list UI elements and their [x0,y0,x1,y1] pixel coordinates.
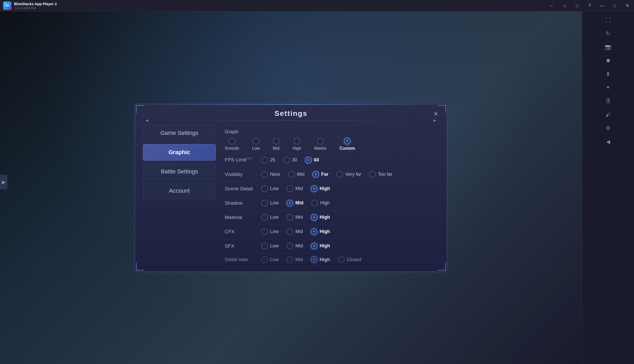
fps-option-25[interactable]: 25 [261,157,275,164]
brush-icon[interactable]: 🖌 [602,108,614,121]
visibility-radio-far [312,171,319,178]
corner-decoration-bl [136,263,144,271]
graph-setting-row: Graph Smooth Low Mid [222,125,439,153]
dialog-close-button[interactable]: ✕ [431,109,441,119]
shadow-radio-low [261,200,268,206]
fps-option-30[interactable]: 30 [283,157,297,164]
settle-later-option-low[interactable]: Low [261,256,279,263]
screenshot-icon[interactable]: 📷 [602,41,614,53]
shadow-option-low[interactable]: Low [261,200,279,206]
back-sidebar-icon[interactable]: ◀ [602,135,614,148]
fps-radio-25 [261,157,268,164]
graph-label-high: High [293,146,301,151]
record-icon[interactable]: ⏺ [602,54,614,67]
shadow-label-low: Low [270,200,279,206]
sfx-radio-low [261,243,268,249]
fps-label-60: 60 [314,157,319,163]
maximize-button[interactable]: □ [611,2,618,9]
graph-option-mid[interactable]: Mid [273,138,280,151]
material-row: Material Low Mid High [222,210,439,225]
settle-later-option-high[interactable]: High [311,256,330,263]
sfx-radio-high [311,243,318,249]
fullscreen-icon[interactable]: ⛶ [602,14,614,26]
graph-option-high[interactable]: High [293,138,301,151]
settle-later-radio-low [261,256,268,263]
settle-later-radio-mid [286,256,293,263]
dialog-title: Settings [135,109,447,118]
dialog-header: Settings ✕ [135,104,447,120]
minimize-button[interactable]: — [599,2,606,9]
scene-detail-label-low: Low [270,186,279,191]
settle-later-label-closed: Closed [347,257,361,262]
settle-later-option-mid[interactable]: Mid [286,256,303,263]
material-label: Material [225,215,261,220]
scene-detail-option-high[interactable]: High [311,185,330,192]
storage-icon[interactable]: 🗄 [602,95,614,107]
graph-option-low[interactable]: Low [252,138,260,151]
fps-option-60[interactable]: 60 [305,157,319,164]
material-option-low[interactable]: Low [261,214,279,221]
graph-option-smooth[interactable]: Smooth [225,138,239,151]
upload-icon[interactable]: ⬆ [602,68,614,80]
material-label-mid: Mid [295,215,303,220]
sync-icon[interactable]: ↻ [602,27,614,40]
graph-option-markis[interactable]: Markis [314,138,326,151]
settle-later-option-closed[interactable]: Closed [338,256,361,263]
titlebar: BS BlueStacks App Player 2 5.9.12.1003 P… [0,0,634,11]
nav-item-graphic[interactable]: Graphic [143,144,216,161]
material-option-high[interactable]: High [311,214,330,221]
help-button[interactable]: ? [586,2,593,9]
settle-later-radio-high [311,256,318,263]
cfx-options: Low Mid High [261,228,436,235]
material-option-mid[interactable]: Mid [286,214,303,221]
star-icon[interactable]: ✦ [602,81,614,94]
home-button[interactable]: ⌂ [561,2,568,9]
shadow-radio-high [311,200,318,206]
settings-dialog: Settings ✕ ◀ ▶ Game Settings Graphic Bat… [135,104,447,272]
graph-label-low: Low [252,146,260,151]
nav-item-account[interactable]: Account [143,183,216,199]
shadow-radio-mid [286,200,293,206]
scene-detail-option-mid[interactable]: Mid [286,185,303,192]
close-button[interactable]: ✕ [624,2,631,9]
fps-radio-60 [305,157,312,164]
sfx-label: SFX [225,243,261,249]
sfx-option-high[interactable]: High [311,243,330,249]
shadow-option-mid[interactable]: Mid [286,200,303,206]
graph-radio-low [253,138,259,145]
fps-radio-30 [283,157,290,164]
visibility-option-very-far[interactable]: Very far [336,171,361,178]
nav-item-battle-settings[interactable]: Battle Settings [143,163,216,180]
fps-limit-label: FPS LimitFPS [225,157,261,163]
tabs-button[interactable]: □ [574,2,581,9]
sfx-option-low[interactable]: Low [261,243,279,249]
visibility-option-far[interactable]: Far [312,171,328,178]
visibility-option-mid[interactable]: Mid [288,171,304,178]
cfx-option-high[interactable]: High [311,228,330,235]
shadow-label: Shadow [225,200,261,206]
settings-icon[interactable]: ⚙ [602,122,614,134]
cfx-option-low[interactable]: Low [261,228,279,235]
cfx-label-low: Low [270,229,279,234]
visibility-row: Visibility Near Mid Far [222,167,439,182]
nav-panel: Game Settings Graphic Battle Settings Ac… [143,125,216,266]
app-name: BlueStacks App Player 2 [14,2,57,6]
sfx-option-mid[interactable]: Mid [286,243,303,249]
scene-detail-option-low[interactable]: Low [261,185,279,192]
cfx-option-mid[interactable]: Mid [286,228,303,235]
app-version: 5.9.12.1003 P64 [15,7,57,10]
graph-option-custom[interactable]: Custom [340,138,355,151]
dialog-body: Game Settings Graphic Battle Settings Ac… [135,121,447,272]
shadow-row: Shadow Low Mid High [222,196,439,210]
visibility-option-near[interactable]: Near [261,171,280,178]
nav-item-game-settings[interactable]: Game Settings [143,125,216,141]
graph-options: Smooth Low Mid High [225,138,436,151]
shadow-label-high: High [320,200,330,206]
cfx-label-mid: Mid [295,229,303,234]
back-button[interactable]: ← [548,2,556,9]
sfx-radio-mid [286,243,293,249]
shadow-option-high[interactable]: High [311,200,330,206]
visibility-option-too-far[interactable]: Too far [369,171,392,178]
titlebar-controls: ← ⌂ □ ? — □ ✕ [548,2,631,9]
shadow-options: Low Mid High [261,200,436,206]
